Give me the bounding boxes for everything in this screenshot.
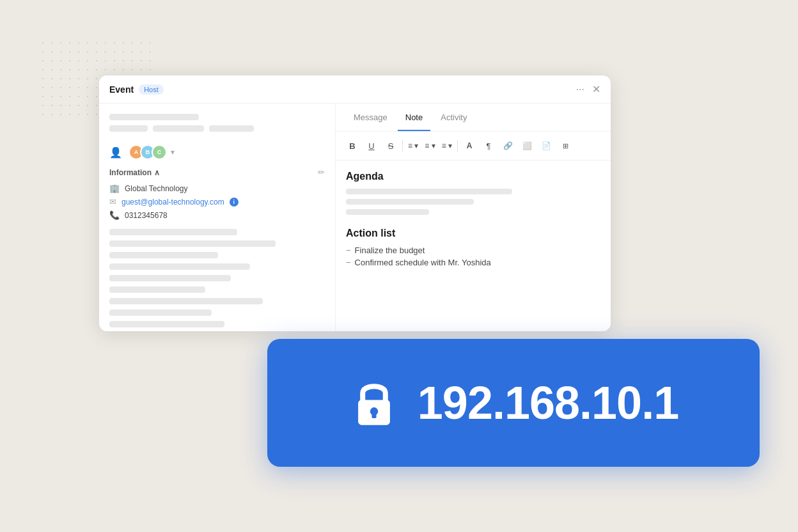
align-dropdown[interactable]: ≡ ▾ [439,137,455,155]
tab-note[interactable]: Note [398,104,430,131]
tabs: Message Note Activity [336,104,611,132]
chevron-down-icon[interactable]: ▾ [171,148,175,157]
skeleton [109,321,224,327]
editor-content[interactable]: Agenda Action list − Finalize the budget… [336,160,611,331]
agenda-heading: Agenda [346,171,600,182]
company-row: 🏢 Global Technology [109,184,325,193]
building-icon: 🏢 [109,184,120,193]
list-item: − Confirmed schedule with Mr. Yoshida [346,258,600,267]
skeleton [109,125,148,132]
chevron-up-icon: ∧ [154,168,160,177]
avatar-group: A B C [129,145,167,160]
editor-toolbar: B U S ≡ ▾ ≡ ▾ ≡ ▾ A ¶ 🔗 ⬜ 📄 ⊞ [336,132,611,160]
skeleton [109,252,218,258]
list-item-text: Confirmed schedule with Mr. Yoshida [355,258,491,267]
edit-icon[interactable]: ✏ [318,168,325,177]
toolbar-separator [402,140,403,152]
link-button[interactable]: 🔗 [499,137,517,155]
image-button[interactable]: ⬜ [518,137,536,155]
lock-icon-wrapper [348,377,400,428]
skeleton [209,125,254,132]
lock-icon [348,377,400,428]
strikethrough-button[interactable]: S [382,137,400,155]
skeleton [109,298,263,304]
phone-icon: 📞 [109,210,120,220]
content-skeletons [109,229,325,327]
tab-message[interactable]: Message [346,104,395,131]
skeleton [109,263,250,270]
underline-button[interactable]: U [363,137,380,155]
phone-row: 📞 0312345678 [109,210,325,220]
svg-rect-2 [372,411,376,418]
bold-button[interactable]: B [343,137,361,155]
email-icon: ✉ [109,197,116,207]
toolbar-separator [457,140,458,152]
avatar: C [152,145,167,160]
email-value[interactable]: guest@global-technology.com [121,198,224,207]
font-color-button[interactable]: A [460,137,478,155]
skeleton [109,275,231,281]
company-name: Global Technology [125,184,188,193]
info-section: Information ∧ ✏ 🏢 Global Technology ✉ gu… [109,168,325,327]
action-list-heading: Action list [346,228,600,239]
info-label: Information ∧ [109,168,160,177]
skeleton [109,114,199,120]
host-badge: Host [139,84,164,95]
phone-value: 0312345678 [125,211,168,220]
left-panel: 👤 A B C ▾ Information ∧ ✏ � [99,104,336,331]
list-dash: − [346,246,351,255]
list-item: − Finalize the budget [346,246,600,255]
email-row: ✉ guest@global-technology.com i [109,197,325,207]
person-icon: 👤 [109,146,122,159]
more-options-icon[interactable]: ··· [576,84,584,95]
skeleton [346,209,429,215]
close-icon[interactable]: ✕ [592,83,600,95]
skeleton [109,229,237,235]
list-item-text: Finalize the budget [355,246,425,255]
modal-header-icons: ··· ✕ [576,83,600,95]
modal-title: Event [109,84,134,95]
skeleton [346,199,474,205]
paragraph-button[interactable]: ¶ [480,137,497,155]
skeleton [346,189,512,194]
table-button[interactable]: ⊞ [556,137,574,155]
skeleton [109,240,276,247]
skeleton [109,286,205,293]
skeleton [153,125,204,132]
modal-header: Event Host ··· ✕ [99,75,611,104]
document-button[interactable]: 📄 [537,137,555,155]
modal-body: 👤 A B C ▾ Information ∧ ✏ � [99,104,611,331]
avatars-row: 👤 A B C ▾ [109,145,325,160]
list-dropdown[interactable]: ≡ ▾ [405,137,421,155]
right-panel: Message Note Activity B U S ≡ ▾ ≡ ▾ ≡ ▾ … [336,104,611,331]
list-dash: − [346,258,351,267]
ip-address-text: 192.168.10.1 [418,380,678,426]
tab-activity[interactable]: Activity [433,104,474,131]
skeleton [109,309,212,316]
ordered-list-dropdown[interactable]: ≡ ▾ [422,137,437,155]
event-modal: Event Host ··· ✕ 👤 A B C [99,75,611,331]
ip-card: 192.168.10.1 [267,339,760,467]
info-icon-badge: i [230,198,239,207]
info-header: Information ∧ ✏ [109,168,325,177]
